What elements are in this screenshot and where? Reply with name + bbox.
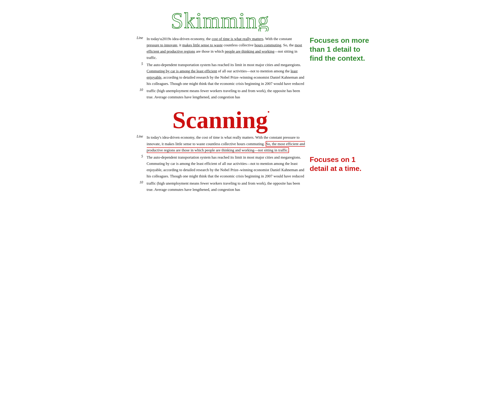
skimming-title-svg: Skimming <box>166 7 274 31</box>
skimming-underline-6: people are thinking and working <box>225 49 274 54</box>
skimming-para3-content: traffic (high unemployment means fewer w… <box>147 88 305 100</box>
scanning-sidebar-line2: detail at a time. <box>310 164 361 173</box>
scanning-line-label-1: Line <box>135 134 143 153</box>
skimming-sidebar-text: Focuses on more than 1 detail to find th… <box>310 36 369 63</box>
skimming-underline-4: hours commuting <box>254 43 281 47</box>
skimming-main: Skimming Line In today\u2019s idea-drive… <box>135 7 305 101</box>
skimming-underline-7: Commuting by car is among the least effi… <box>147 69 217 73</box>
skimming-sidebar-line1: Focuses on more <box>310 36 369 44</box>
skimming-underline-2: pressure to innovate <box>147 43 177 47</box>
scanning-highlight-box: So, the most efficient and productive re… <box>147 141 305 153</box>
page-container: Skimming Line In today\u2019s idea-drive… <box>135 7 369 194</box>
skimming-title-container: Skimming <box>135 7 305 31</box>
scanning-sidebar: Focuses on 1 detail at a time. <box>310 108 369 193</box>
scanning-line-label-3: 10 <box>135 180 143 193</box>
skimming-para1: Line In today\u2019s idea-driven economy… <box>135 36 305 61</box>
skimming-line-label-3: 10 <box>135 88 143 100</box>
scanning-sidebar-line1: Focuses on 1 <box>310 156 356 163</box>
scanning-para2-content: The auto-dependent transportation system… <box>147 154 305 180</box>
scanning-section: Scanning ● Line In today's idea-driven e… <box>135 108 369 193</box>
skimming-para2-content: The auto-dependent transportation system… <box>147 62 305 87</box>
skimming-title-text: Skimming <box>171 8 270 31</box>
scanning-title-text: Scanning <box>172 107 268 133</box>
skimming-para1-content: In today\u2019s idea-driven economy, the… <box>147 36 305 61</box>
skimming-section: Skimming Line In today\u2019s idea-drive… <box>135 7 369 101</box>
scanning-sidebar-text: Focuses on 1 detail at a time. <box>310 155 369 173</box>
skimming-para3: 10 traffic (high unemployment means fewe… <box>135 88 305 100</box>
scanning-dot: ● <box>267 110 270 114</box>
skimming-sidebar-line3: find the context. <box>310 54 365 62</box>
skimming-line-label-1: Line <box>135 36 143 61</box>
scanning-para2: 5 The auto-dependent transportation syst… <box>135 154 305 180</box>
skimming-para2: 5 The auto-dependent transportation syst… <box>135 62 305 87</box>
scanning-para1-content: In today's idea-driven economy, the cost… <box>147 134 305 153</box>
scanning-para3: 10 traffic (high unemployment means fewe… <box>135 180 305 193</box>
scanning-line-label-2: 5 <box>135 154 143 180</box>
scanning-para1: Line In today's idea-driven economy, the… <box>135 134 305 153</box>
skimming-sidebar-line2: than 1 detail to <box>310 45 360 53</box>
scanning-para3-content: traffic (high unemployment means fewer w… <box>147 180 305 193</box>
skimming-underline-1: cost of time is what really matters <box>212 37 263 41</box>
skimming-underline-3: makes little sense to waste <box>182 43 223 47</box>
skimming-line-label-2: 5 <box>135 62 143 87</box>
scanning-main: Scanning ● Line In today's idea-driven e… <box>135 108 305 193</box>
skimming-sidebar: Focuses on more than 1 detail to find th… <box>310 7 369 101</box>
scanning-title-container: Scanning ● <box>135 108 305 132</box>
